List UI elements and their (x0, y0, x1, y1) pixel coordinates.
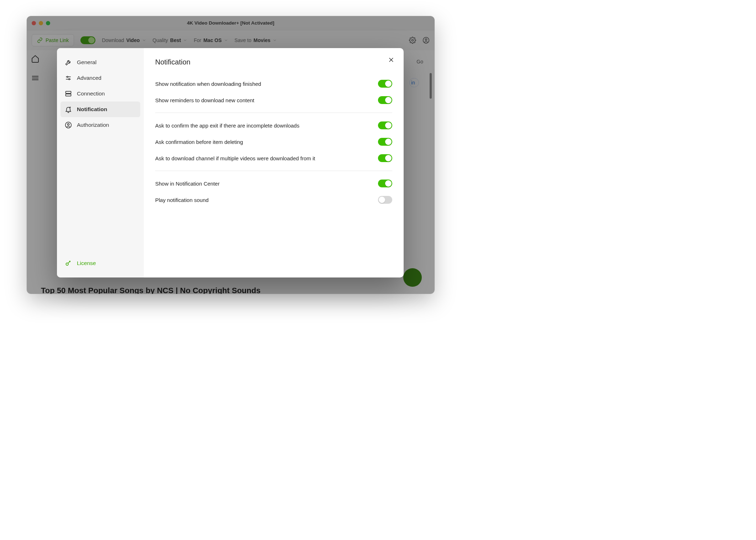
setting-label: Show in Notification Center (155, 181, 220, 187)
sidebar-item-notification[interactable]: Notification (61, 102, 140, 117)
setting-label: Ask confirmation before item deleting (155, 139, 243, 145)
setting-toggle[interactable] (378, 80, 392, 88)
settings-panel: Notification Show notification when down… (144, 48, 404, 277)
setting-row: Ask to confirm the app exit if there are… (155, 117, 392, 134)
sliders-icon (65, 74, 72, 82)
server-icon (65, 90, 72, 97)
close-modal-button[interactable] (388, 57, 394, 63)
setting-row: Show reminders to download new content (155, 92, 392, 108)
key-icon (65, 260, 72, 267)
setting-toggle[interactable] (378, 154, 392, 162)
setting-label: Play notification sound (155, 197, 209, 203)
setting-row: Play notification sound (155, 192, 392, 208)
settings-sidebar: General Advanced Connection Notification… (57, 48, 144, 277)
user-icon (65, 121, 72, 129)
sidebar-item-authorization[interactable]: Authorization (61, 117, 140, 133)
svg-point-12 (69, 107, 70, 108)
svg-point-14 (68, 124, 69, 125)
settings-modal: General Advanced Connection Notification… (57, 48, 404, 277)
svg-point-9 (69, 79, 70, 80)
setting-label: Ask to confirm the app exit if there are… (155, 123, 299, 129)
divider (155, 113, 392, 113)
setting-row: Show notification when downloading finis… (155, 76, 392, 92)
setting-row: Ask confirmation before item deleting (155, 134, 392, 150)
setting-toggle[interactable] (378, 121, 392, 129)
divider (155, 171, 392, 171)
sidebar-item-license[interactable]: License (61, 255, 140, 271)
setting-toggle[interactable] (378, 96, 392, 104)
svg-point-15 (66, 263, 68, 265)
setting-label: Show notification when downloading finis… (155, 81, 261, 87)
sidebar-item-general[interactable]: General (61, 54, 140, 70)
settings-panel-title: Notification (155, 58, 392, 66)
bell-icon (65, 106, 72, 113)
setting-label: Show reminders to download new content (155, 97, 254, 103)
sidebar-item-advanced[interactable]: Advanced (61, 70, 140, 86)
setting-row: Show in Notification Center (155, 175, 392, 192)
setting-label: Ask to download channel if multiple vide… (155, 155, 315, 161)
wrench-icon (65, 59, 72, 66)
svg-point-7 (67, 76, 68, 77)
sidebar-item-connection[interactable]: Connection (61, 86, 140, 102)
setting-row: Ask to download channel if multiple vide… (155, 150, 392, 166)
svg-rect-10 (66, 91, 71, 93)
setting-toggle[interactable] (378, 196, 392, 204)
svg-rect-11 (66, 94, 71, 96)
setting-toggle[interactable] (378, 138, 392, 146)
setting-toggle[interactable] (378, 180, 392, 187)
